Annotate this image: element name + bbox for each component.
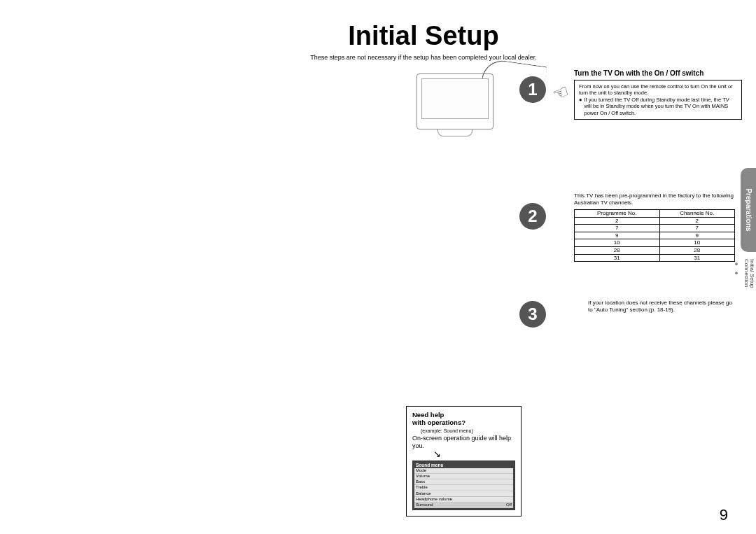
tv-illustration [416,73,493,136]
bullet-icon: ● [579,97,582,116]
help-title-1: Need help [412,411,515,419]
menu-row: Mode [414,468,513,474]
menu-row: SurroundOff [414,503,513,508]
help-example: (example: Sound menu) [421,428,515,433]
table-row: 2828 [575,246,735,254]
step-2-content: This TV has been pre-programmed in the f… [574,192,735,262]
menu-row: Headphone volume [414,497,513,503]
step-1-badge: 1 [519,76,546,103]
pointing-hand-icon: ☞ [550,80,572,106]
step-1-heading: Turn the TV On with the On / Off switch [574,69,742,77]
side-sub-labels: Initial Setup Connection [743,259,755,288]
section-tab: Preparations [741,168,756,252]
step-3-text: If your location does not receive these … [588,300,735,314]
page-title: Initial Setup [126,21,721,51]
step-2-badge: 2 [519,203,546,230]
help-box: Need help with operations? (example: Sou… [406,406,522,517]
step-1-body-2: If you turned the TV Off during Standby … [584,97,737,116]
table-row: 1010 [575,239,735,247]
down-arrow-icon: ↘ [433,451,515,458]
step-1-box: Turn the TV On with the On / Off switch … [574,69,742,120]
th-programme: Programme No. [575,210,660,218]
table-row: 22 [575,217,735,225]
help-title-2: with operations? [412,419,515,426]
th-channel: Channele No. [659,210,735,218]
table-row: 77 [575,225,735,232]
section-tab-label: Preparations [745,188,752,231]
step-2-text: This TV has been pre-programmed in the f… [574,192,735,206]
menu-row: Treble [414,485,513,491]
help-desc: On-screen operation guide will help you. [412,435,515,450]
step-3-badge: 3 [519,301,546,328]
sound-menu-header: Sound menu [414,463,513,468]
table-row: 99 [575,232,735,239]
menu-row: Bass [414,479,513,485]
intro-text: These steps are not necessary if the set… [126,54,721,61]
menu-row: Volume [414,474,513,479]
step-1-body-1: From now on you can use the remote contr… [579,83,737,97]
channel-table: Programme No. Channele No. 22 77 99 1010… [574,209,735,262]
menu-row: Balance [414,491,513,497]
page-number: 9 [720,506,728,524]
table-row: 3131 [575,254,735,262]
sound-menu-mock: Sound menu Mode Volume Bass Treble Balan… [412,461,515,510]
side-bullets-icon: ● ● [733,260,739,276]
